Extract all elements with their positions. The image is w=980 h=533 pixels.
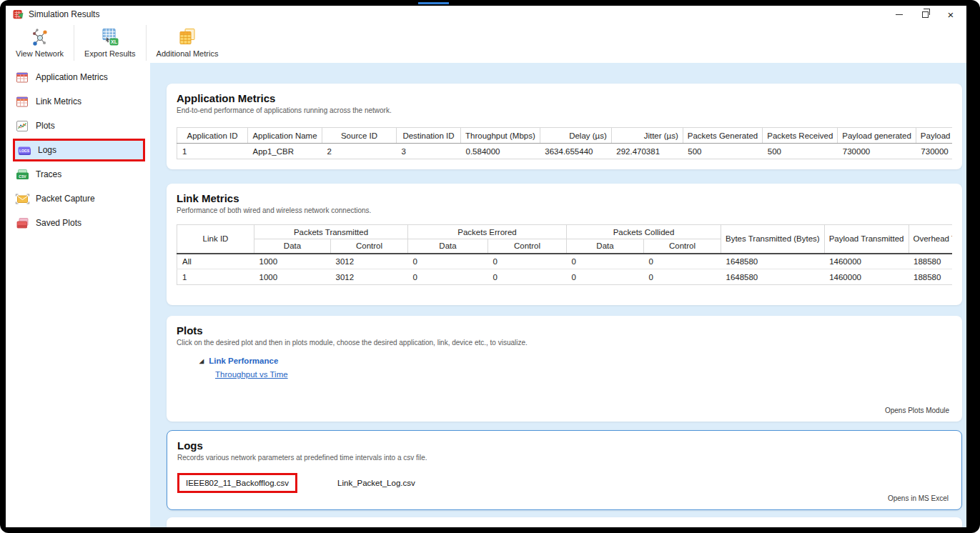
- column-subheader[interactable]: Control: [331, 239, 408, 254]
- column-header[interactable]: Jitter (µs): [611, 128, 683, 144]
- sidebar-item-label: Link Metrics: [36, 96, 81, 106]
- sidebar-item-logs[interactable]: LOGS Logs: [13, 139, 145, 161]
- screenshot-frame: Simulation Results ×: [0, 0, 980, 533]
- column-subheader[interactable]: Data: [254, 239, 331, 254]
- saved-plots-icon: [15, 217, 30, 229]
- partial-card: [167, 517, 962, 527]
- column-subheader[interactable]: Control: [644, 239, 721, 254]
- metrics-tables-icon: [177, 28, 198, 47]
- application-metrics-title: Application Metrics: [177, 92, 952, 105]
- sidebar-item-label: Packet Capture: [36, 194, 95, 204]
- column-header[interactable]: Source ID: [322, 128, 397, 144]
- plots-footer-note: Opens Plots Module: [885, 407, 949, 414]
- cell: 3: [397, 144, 461, 159]
- cell: 1460000: [824, 254, 909, 269]
- plots-icon: [15, 120, 30, 132]
- sidebar: Application Metrics Link Metrics: [6, 63, 150, 527]
- cell: App1_CBR: [248, 144, 322, 159]
- cell: 1000: [254, 269, 331, 285]
- sidebar-item-packet-capture[interactable]: Packet Capture: [6, 187, 150, 210]
- cell: 0: [488, 254, 567, 269]
- view-network-button[interactable]: View Network: [6, 23, 74, 63]
- sidebar-item-link-metrics[interactable]: Link Metrics: [6, 90, 150, 113]
- minimize-icon: [896, 14, 903, 15]
- column-header[interactable]: Packets Generated: [683, 128, 762, 144]
- cell: 0.584000: [461, 144, 540, 159]
- table-row: 1 1000 3012 0 0 0 0 1648580 1460000 1885…: [177, 269, 953, 285]
- cell: 500: [763, 144, 838, 159]
- cell: 1000: [254, 254, 331, 269]
- sidebar-item-plots[interactable]: Plots: [6, 114, 150, 137]
- column-subheader[interactable]: Data: [567, 239, 644, 254]
- tree-expander-icon[interactable]: ◢: [199, 358, 204, 364]
- log-file-ieee80211-backofflog[interactable]: IEEE802_11_Backofflog.csv: [177, 473, 297, 493]
- throughput-vs-time-link[interactable]: Throughput vs Time: [215, 370, 288, 379]
- minimize-button[interactable]: [886, 6, 912, 23]
- cell: 730000: [916, 144, 952, 159]
- column-header[interactable]: Application ID: [177, 128, 248, 144]
- xl-badge: XL: [111, 39, 118, 44]
- link-performance-group[interactable]: ◢ Link Performance: [199, 357, 952, 365]
- cell: 0: [644, 254, 721, 269]
- sidebar-item-saved-plots[interactable]: Saved Plots: [6, 211, 150, 234]
- link-metrics-title: Link Metrics: [177, 192, 952, 205]
- window-title: Simulation Results: [29, 9, 99, 19]
- link-metrics-table-icon: [15, 96, 30, 108]
- column-header[interactable]: Payload received (Bytes): [916, 128, 952, 144]
- cell: 500: [683, 144, 762, 159]
- column-header[interactable]: Application Name: [248, 128, 322, 144]
- logs-card: Logs Records various network parameters …: [167, 430, 962, 510]
- column-header-group[interactable]: Packets Errored: [408, 225, 567, 239]
- sidebar-item-application-metrics[interactable]: Application Metrics: [6, 66, 150, 89]
- csv-icon: CSV: [15, 169, 30, 181]
- plots-title: Plots: [177, 324, 952, 337]
- cell: 1648580: [721, 269, 825, 285]
- csv-badge-text: CSV: [19, 174, 26, 178]
- cell: 3012: [331, 254, 408, 269]
- packet-capture-icon: [15, 193, 30, 205]
- export-excel-icon: XL: [99, 28, 121, 47]
- cell: 1: [177, 269, 254, 285]
- app-window: Simulation Results ×: [6, 6, 966, 527]
- column-header-group[interactable]: Packets Transmitted: [254, 225, 408, 239]
- view-network-label: View Network: [16, 49, 64, 58]
- restore-button[interactable]: [912, 6, 938, 23]
- export-results-label: Export Results: [84, 49, 136, 58]
- table-row: All 1000 3012 0 0 0 0 1648580 1460000 18…: [177, 254, 953, 269]
- cell: 188580: [909, 269, 952, 285]
- table-row: 1 App1_CBR 2 3 0.584000 3634.655440 292.…: [177, 144, 953, 159]
- log-file-link-packet-log[interactable]: Link_Packet_Log.csv: [337, 479, 415, 487]
- sidebar-item-traces[interactable]: CSV Traces: [6, 163, 150, 186]
- link-metrics-table: Link ID Packets Transmitted Packets Erro…: [177, 224, 952, 285]
- column-header[interactable]: Link ID: [177, 225, 254, 254]
- cell: All: [177, 254, 254, 269]
- column-header[interactable]: Payload Transmitted: [824, 225, 909, 254]
- restore-icon: [922, 11, 929, 18]
- column-header[interactable]: Packets Received: [763, 128, 838, 144]
- additional-metrics-button[interactable]: Additional Metrics: [147, 23, 229, 63]
- sidebar-item-label: Application Metrics: [36, 72, 108, 82]
- column-header[interactable]: Overhead Transmitted: [909, 225, 952, 254]
- title-bar: Simulation Results ×: [6, 6, 966, 23]
- column-header[interactable]: Destination ID: [397, 128, 461, 144]
- export-results-button[interactable]: XL Export Results: [74, 23, 146, 63]
- column-header-group[interactable]: Packets Collided: [567, 225, 721, 239]
- sidebar-item-label: Logs: [38, 145, 56, 155]
- column-subheader[interactable]: Control: [488, 239, 567, 254]
- close-icon: ×: [948, 9, 954, 20]
- logs-badge-text: LOGS: [19, 148, 30, 152]
- column-subheader[interactable]: Data: [408, 239, 488, 254]
- toolbar: View Network XL Export Results: [6, 23, 966, 63]
- cell: 1648580: [721, 254, 825, 269]
- column-header[interactable]: Payload generated: [838, 128, 916, 144]
- cell: 292.470381: [611, 144, 683, 159]
- application-metrics-subtitle: End-to-end performance of applications r…: [177, 106, 952, 114]
- column-header[interactable]: Throughput (Mbps): [461, 128, 540, 144]
- cell: 0: [567, 269, 644, 285]
- column-header[interactable]: Bytes Transmitted (Bytes): [721, 225, 825, 254]
- main-panel: Application Metrics End-to-end performan…: [150, 63, 966, 527]
- plots-subtitle: Click on the desired plot and then in pl…: [177, 339, 952, 347]
- cell: 3634.655440: [540, 144, 611, 159]
- close-button[interactable]: ×: [938, 6, 964, 23]
- column-header[interactable]: Delay (µs): [540, 128, 611, 144]
